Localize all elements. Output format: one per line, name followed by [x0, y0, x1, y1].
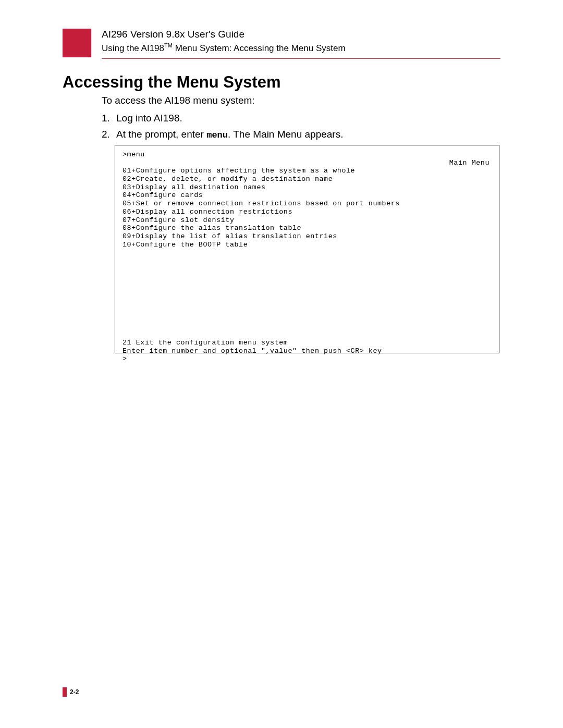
terminal-output: >menu 01+Configure options affecting the… — [115, 145, 499, 353]
page-number: 2-2 — [70, 688, 79, 696]
footer-accent — [63, 687, 67, 697]
step-text: At the prompt, enter menu. The Main Menu… — [116, 127, 343, 142]
page-header: AI296 Version 9.8x User's Guide Using th… — [102, 29, 500, 54]
step-text-suffix: . The Main Menu appears. — [228, 129, 343, 140]
header-divider — [102, 58, 500, 59]
header-subtitle: Using the AI198TM Menu System: Accessing… — [102, 42, 500, 54]
header-subtitle-prefix: Using the AI198 — [102, 43, 164, 53]
ordered-steps: 1. Log into AI198. 2. At the prompt, ent… — [102, 110, 343, 144]
header-title: AI296 Version 9.8x User's Guide — [102, 29, 500, 40]
step-text: Log into AI198. — [116, 110, 182, 126]
step-number: 2. — [102, 127, 116, 142]
command-text: menu — [206, 130, 228, 140]
terminal-title: Main Menu — [449, 159, 489, 167]
step-item: 2. At the prompt, enter menu. The Main M… — [102, 127, 343, 142]
step-item: 1. Log into AI198. — [102, 110, 343, 126]
page-footer: 2-2 — [63, 687, 79, 697]
step-text-prefix: At the prompt, enter — [116, 129, 206, 140]
header-subtitle-suffix: Menu System: Accessing the Menu System — [173, 43, 346, 53]
step-number: 1. — [102, 110, 116, 126]
trademark-superscript: TM — [164, 42, 173, 48]
intro-text: To access the AI198 menu system: — [102, 95, 255, 106]
document-page: AI296 Version 9.8x User's Guide Using th… — [0, 0, 563, 728]
header-accent-square — [63, 29, 91, 57]
section-heading: Accessing the Menu System — [63, 73, 281, 92]
